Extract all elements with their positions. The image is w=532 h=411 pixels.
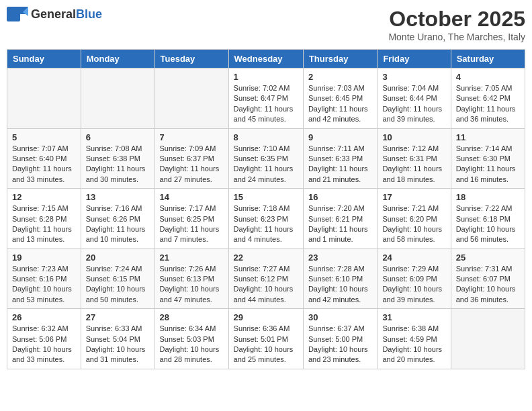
page-header: GeneralBlue October 2025 Monte Urano, Th… [7,7,525,42]
day-content: Sunrise: 7:23 AMSunset: 6:16 PMDaylight:… [12,264,76,306]
logo-blue: Blue [76,7,102,21]
calendar-day-cell: 28Sunrise: 6:34 AMSunset: 5:03 PMDayligh… [154,309,228,369]
calendar-day-cell: 17Sunrise: 7:21 AMSunset: 6:20 PMDayligh… [378,189,451,249]
day-content: Sunrise: 6:37 AMSunset: 5:00 PMDaylight:… [308,324,372,365]
day-content: Sunrise: 7:11 AMSunset: 6:33 PMDaylight:… [308,144,372,185]
calendar-day-cell [154,68,228,129]
calendar-day-cell: 29Sunrise: 6:36 AMSunset: 5:01 PMDayligh… [228,309,303,369]
day-number: 25 [456,253,520,263]
calendar-day-cell: 25Sunrise: 7:31 AMSunset: 6:07 PMDayligh… [451,248,525,309]
day-content: Sunrise: 6:33 AMSunset: 5:04 PMDaylight:… [86,324,150,365]
calendar-day-cell: 13Sunrise: 7:16 AMSunset: 6:26 PMDayligh… [81,189,154,249]
day-number: 8 [234,132,298,142]
day-content: Sunrise: 7:10 AMSunset: 6:35 PMDaylight:… [234,144,298,185]
day-number: 26 [12,312,76,322]
calendar-day-cell: 3Sunrise: 7:04 AMSunset: 6:44 PMDaylight… [378,68,451,129]
calendar-day-cell: 6Sunrise: 7:08 AMSunset: 6:38 PMDaylight… [81,128,154,189]
day-content: Sunrise: 7:12 AMSunset: 6:31 PMDaylight:… [382,144,445,185]
day-content: Sunrise: 7:05 AMSunset: 6:42 PMDaylight:… [456,83,520,125]
day-content: Sunrise: 6:36 AMSunset: 5:01 PMDaylight:… [234,324,298,365]
day-of-week-header: Tuesday [154,50,228,68]
calendar-day-cell: 15Sunrise: 7:18 AMSunset: 6:23 PMDayligh… [228,189,303,249]
day-content: Sunrise: 7:29 AMSunset: 6:09 PMDaylight:… [382,264,445,306]
day-content: Sunrise: 7:20 AMSunset: 6:21 PMDaylight:… [308,203,372,245]
day-content: Sunrise: 7:31 AMSunset: 6:07 PMDaylight:… [456,264,520,306]
day-number: 13 [86,192,150,202]
day-number: 23 [308,253,372,263]
day-number: 11 [456,132,520,142]
day-content: Sunrise: 7:15 AMSunset: 6:28 PMDaylight:… [12,203,76,245]
day-number: 2 [308,72,372,82]
day-number: 22 [234,253,298,263]
calendar-day-cell: 11Sunrise: 7:14 AMSunset: 6:30 PMDayligh… [451,128,525,189]
calendar-day-cell: 20Sunrise: 7:24 AMSunset: 6:15 PMDayligh… [81,248,154,309]
day-content: Sunrise: 7:16 AMSunset: 6:26 PMDaylight:… [86,203,150,245]
calendar-day-cell: 16Sunrise: 7:20 AMSunset: 6:21 PMDayligh… [303,189,377,249]
day-number: 7 [160,132,224,142]
calendar-day-cell: 19Sunrise: 7:23 AMSunset: 6:16 PMDayligh… [7,248,81,309]
day-number: 28 [160,312,224,322]
day-content: Sunrise: 6:32 AMSunset: 5:06 PMDaylight:… [12,324,76,365]
calendar-day-cell: 24Sunrise: 7:29 AMSunset: 6:09 PMDayligh… [378,248,451,309]
title-section: October 2025 Monte Urano, The Marches, I… [388,7,525,42]
day-number: 1 [234,72,298,82]
day-of-week-header: Friday [378,50,451,68]
day-number: 19 [12,253,76,263]
calendar-week-row: 1Sunrise: 7:02 AMSunset: 6:47 PMDaylight… [7,68,525,129]
calendar-day-cell: 18Sunrise: 7:22 AMSunset: 6:18 PMDayligh… [451,189,525,249]
day-content: Sunrise: 6:34 AMSunset: 5:03 PMDaylight:… [160,324,224,365]
calendar-day-cell: 31Sunrise: 6:38 AMSunset: 4:59 PMDayligh… [378,309,451,369]
day-number: 21 [160,253,224,263]
calendar-day-cell: 1Sunrise: 7:02 AMSunset: 6:47 PMDaylight… [228,68,303,129]
calendar-header-row: SundayMondayTuesdayWednesdayThursdayFrid… [7,50,525,68]
day-content: Sunrise: 7:07 AMSunset: 6:40 PMDaylight:… [12,144,76,185]
day-content: Sunrise: 7:08 AMSunset: 6:38 PMDaylight:… [86,144,150,185]
day-content: Sunrise: 6:38 AMSunset: 4:59 PMDaylight:… [382,324,445,365]
calendar-day-cell [7,68,81,129]
day-number: 6 [86,132,150,142]
day-number: 9 [308,132,372,142]
calendar-day-cell: 30Sunrise: 6:37 AMSunset: 5:00 PMDayligh… [303,309,377,369]
month-year-title: October 2025 [388,7,525,32]
calendar-day-cell: 10Sunrise: 7:12 AMSunset: 6:31 PMDayligh… [378,128,451,189]
calendar-day-cell: 12Sunrise: 7:15 AMSunset: 6:28 PMDayligh… [7,189,81,249]
day-number: 24 [382,253,445,263]
day-content: Sunrise: 7:02 AMSunset: 6:47 PMDaylight:… [234,83,298,125]
day-content: Sunrise: 7:03 AMSunset: 6:45 PMDaylight:… [308,83,372,125]
day-number: 16 [308,192,372,202]
calendar-day-cell: 2Sunrise: 7:03 AMSunset: 6:45 PMDaylight… [303,68,377,129]
day-number: 27 [86,312,150,322]
logo-icon [7,7,28,21]
calendar-day-cell: 22Sunrise: 7:27 AMSunset: 6:12 PMDayligh… [228,248,303,309]
calendar-day-cell: 5Sunrise: 7:07 AMSunset: 6:40 PMDaylight… [7,128,81,189]
day-number: 30 [308,312,372,322]
calendar-day-cell: 26Sunrise: 6:32 AMSunset: 5:06 PMDayligh… [7,309,81,369]
calendar-week-row: 26Sunrise: 6:32 AMSunset: 5:06 PMDayligh… [7,309,525,369]
day-number: 29 [234,312,298,322]
calendar-day-cell [451,309,525,369]
calendar-day-cell: 27Sunrise: 6:33 AMSunset: 5:04 PMDayligh… [81,309,154,369]
day-number: 15 [234,192,298,202]
day-of-week-header: Wednesday [228,50,303,68]
calendar-day-cell: 4Sunrise: 7:05 AMSunset: 6:42 PMDaylight… [451,68,525,129]
calendar-day-cell: 21Sunrise: 7:26 AMSunset: 6:13 PMDayligh… [154,248,228,309]
day-content: Sunrise: 7:17 AMSunset: 6:25 PMDaylight:… [160,203,224,245]
calendar-table: SundayMondayTuesdayWednesdayThursdayFrid… [7,49,525,369]
day-number: 5 [12,132,76,142]
day-content: Sunrise: 7:22 AMSunset: 6:18 PMDaylight:… [456,203,520,245]
calendar-day-cell [81,68,154,129]
day-content: Sunrise: 7:18 AMSunset: 6:23 PMDaylight:… [234,203,298,245]
logo: GeneralBlue [7,7,102,21]
day-content: Sunrise: 7:04 AMSunset: 6:44 PMDaylight:… [382,83,445,125]
location-subtitle: Monte Urano, The Marches, Italy [388,32,525,42]
day-content: Sunrise: 7:28 AMSunset: 6:10 PMDaylight:… [308,264,372,306]
day-of-week-header: Thursday [303,50,377,68]
calendar-day-cell: 23Sunrise: 7:28 AMSunset: 6:10 PMDayligh… [303,248,377,309]
calendar-day-cell: 14Sunrise: 7:17 AMSunset: 6:25 PMDayligh… [154,189,228,249]
day-number: 31 [382,312,445,322]
day-number: 10 [382,132,445,142]
day-content: Sunrise: 7:14 AMSunset: 6:30 PMDaylight:… [456,144,520,185]
day-number: 12 [12,192,76,202]
day-content: Sunrise: 7:21 AMSunset: 6:20 PMDaylight:… [382,203,445,245]
day-content: Sunrise: 7:24 AMSunset: 6:15 PMDaylight:… [86,264,150,306]
